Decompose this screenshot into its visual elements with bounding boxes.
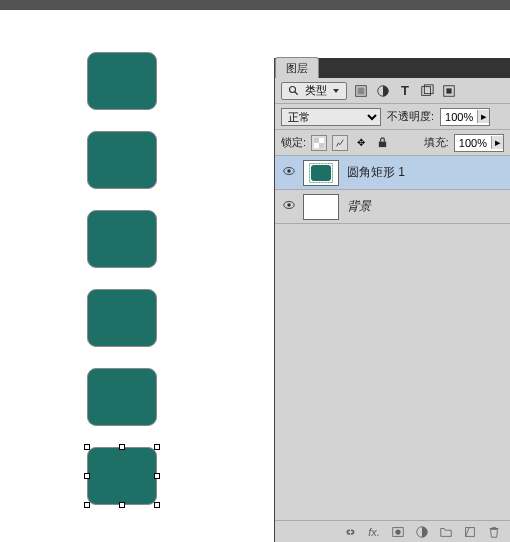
transform-handle[interactable]	[154, 473, 160, 479]
svg-rect-12	[314, 143, 319, 148]
lock-all-icon[interactable]	[374, 135, 390, 151]
svg-rect-16	[311, 165, 331, 181]
transform-handle[interactable]	[154, 502, 160, 508]
chevron-down-icon	[330, 84, 342, 98]
fx-icon[interactable]: fx.	[366, 524, 382, 540]
svg-point-21	[395, 529, 400, 534]
layers-panel: 图层 类型 T 正常 不透明度: 100% ▸	[274, 58, 510, 542]
opacity-input[interactable]: 100% ▸	[440, 108, 490, 126]
canvas-area[interactable]	[0, 10, 274, 542]
lock-move-icon[interactable]: ✥	[353, 135, 369, 151]
transform-handle[interactable]	[119, 502, 125, 508]
transform-handle[interactable]	[119, 444, 125, 450]
layer-thumbnail[interactable]	[303, 160, 339, 186]
chevron-right-icon: ▸	[477, 110, 489, 123]
layer-thumbnail[interactable]	[303, 194, 339, 220]
panel-footer: fx.	[275, 520, 510, 542]
rounded-rect-shape[interactable]	[87, 289, 157, 347]
svg-rect-3	[358, 87, 365, 94]
filter-type-dropdown[interactable]: 类型	[281, 82, 347, 100]
mask-icon[interactable]	[390, 524, 406, 540]
transform-handle[interactable]	[84, 444, 90, 450]
visibility-eye-icon[interactable]	[275, 198, 303, 215]
rounded-rect-shape[interactable]	[87, 368, 157, 426]
panel-tabs: 图层	[275, 58, 510, 78]
lock-transparent-icon[interactable]	[311, 135, 327, 151]
layer-name[interactable]: 背景	[347, 198, 371, 215]
svg-rect-10	[319, 143, 324, 148]
filter-smartobject-icon[interactable]	[441, 83, 457, 99]
blend-row: 正常 不透明度: 100% ▸	[275, 104, 510, 130]
opacity-label: 不透明度:	[387, 109, 434, 124]
svg-line-1	[295, 91, 298, 94]
tab-layers[interactable]: 图层	[275, 57, 319, 78]
rounded-rect-shape[interactable]	[87, 52, 157, 110]
blend-mode-select[interactable]: 正常	[281, 108, 381, 126]
lock-label: 锁定:	[281, 135, 306, 150]
svg-rect-11	[319, 138, 324, 143]
lock-brush-icon[interactable]	[332, 135, 348, 151]
layers-list: 圆角矩形 1背景	[275, 156, 510, 520]
app-topbar	[0, 0, 510, 10]
delete-icon[interactable]	[486, 524, 502, 540]
adjustment-layer-icon[interactable]	[414, 524, 430, 540]
transform-handle[interactable]	[84, 473, 90, 479]
chevron-right-icon: ▸	[491, 136, 503, 149]
filter-shape-icon[interactable]	[419, 83, 435, 99]
filter-type-text-icon[interactable]: T	[397, 83, 413, 99]
fill-input[interactable]: 100% ▸	[454, 134, 504, 152]
filter-pixel-icon[interactable]	[353, 83, 369, 99]
svg-point-19	[287, 203, 291, 207]
visibility-eye-icon[interactable]	[275, 164, 303, 181]
filter-adjustment-icon[interactable]	[375, 83, 391, 99]
rounded-rect-shape[interactable]	[87, 131, 157, 189]
group-icon[interactable]	[438, 524, 454, 540]
svg-point-0	[290, 86, 296, 92]
transform-handle[interactable]	[154, 444, 160, 450]
rounded-rect-shape[interactable]	[87, 447, 157, 505]
filter-row: 类型 T	[275, 78, 510, 104]
svg-rect-13	[378, 142, 385, 148]
rounded-rect-shape[interactable]	[87, 210, 157, 268]
svg-point-15	[287, 169, 291, 173]
fill-label: 填充:	[424, 135, 449, 150]
transform-handle[interactable]	[84, 502, 90, 508]
layer-name[interactable]: 圆角矩形 1	[347, 164, 405, 181]
svg-rect-8	[446, 88, 451, 93]
filter-label: 类型	[305, 83, 327, 98]
link-layers-icon[interactable]	[342, 524, 358, 540]
layer-row[interactable]: 背景	[275, 190, 510, 224]
search-icon	[286, 83, 302, 99]
layer-row[interactable]: 圆角矩形 1	[275, 156, 510, 190]
lock-row: 锁定: ✥ 填充: 100% ▸	[275, 130, 510, 156]
new-layer-icon[interactable]	[462, 524, 478, 540]
svg-rect-9	[314, 138, 319, 143]
